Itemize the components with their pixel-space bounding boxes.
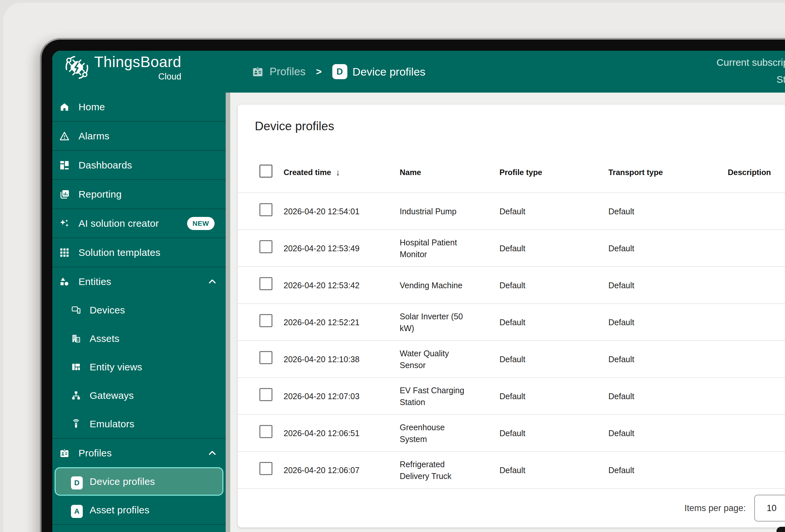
cell-transport-type: Default bbox=[608, 427, 728, 439]
cell-name: Solar Inverter (50 kW) bbox=[400, 310, 500, 334]
select-all-checkbox[interactable] bbox=[259, 164, 273, 178]
row-checkbox[interactable] bbox=[259, 388, 273, 401]
breadcrumb-profiles[interactable]: Profiles bbox=[251, 65, 305, 78]
cell-profile-type: Default bbox=[500, 464, 608, 476]
sidebar-item-dashboards[interactable]: Dashboards bbox=[52, 151, 226, 179]
cell-transport-type: Default bbox=[608, 390, 728, 402]
cell-transport-type: Default bbox=[608, 353, 728, 365]
table-row[interactable]: 2026-04-20 12:06:51 Greenhouse System De… bbox=[238, 414, 785, 451]
table-header-row: Created time ↓ Name Profile type Transpo… bbox=[238, 152, 785, 193]
row-checkbox[interactable] bbox=[259, 425, 273, 438]
devices-icon bbox=[71, 305, 81, 315]
emulators-icon bbox=[71, 419, 81, 429]
table-row[interactable]: 2026-04-20 12:06:07 Refrigerated Deliver… bbox=[238, 451, 785, 488]
sidebar-scrollbar[interactable] bbox=[226, 93, 230, 532]
cell-created-time: 2026-04-20 12:06:51 bbox=[284, 427, 400, 439]
breadcrumb-separator: > bbox=[316, 66, 322, 77]
row-checkbox[interactable] bbox=[259, 203, 273, 216]
cell-transport-type: Default bbox=[608, 243, 728, 254]
sidebar-item-solution-templates[interactable]: Solution templates bbox=[52, 238, 226, 267]
chevron-up-icon[interactable] bbox=[207, 276, 218, 287]
items-per-page-select[interactable]: 10 bbox=[754, 495, 785, 522]
sidebar-item-devices[interactable]: Devices bbox=[52, 296, 226, 324]
alarms-icon bbox=[59, 130, 70, 142]
home-icon bbox=[59, 101, 70, 112]
cell-name: EV Fast Charging Station bbox=[400, 384, 500, 408]
cell-transport-type: Default bbox=[608, 464, 728, 476]
profiles-badge-icon bbox=[251, 65, 264, 78]
cell-created-time: 2026-04-20 12:53:49 bbox=[284, 243, 400, 254]
thingsboard-logo-icon bbox=[64, 55, 90, 80]
row-checkbox[interactable] bbox=[259, 277, 273, 290]
new-badge: NEW bbox=[187, 217, 215, 230]
device-frame-corner bbox=[777, 527, 785, 532]
column-header-transport-type[interactable]: Transport type bbox=[608, 168, 728, 177]
column-header-name[interactable]: Name bbox=[400, 168, 500, 177]
current-subscription-link[interactable]: Current subscription bbox=[717, 56, 785, 69]
sidebar-item-entity-views[interactable]: Entity views bbox=[52, 353, 226, 381]
sort-desc-icon[interactable]: ↓ bbox=[336, 168, 340, 178]
table-row[interactable]: 2026-04-20 12:54:01 Industrial Pump Defa… bbox=[238, 193, 785, 229]
sidebar-item-device-profiles[interactable]: D Device profiles bbox=[55, 467, 223, 496]
cell-profile-type: Default bbox=[500, 316, 608, 328]
column-header-description[interactable]: Description bbox=[728, 168, 785, 177]
top-bar: ThingsBoard Cloud Profiles > bbox=[52, 51, 785, 93]
sidebar-item-emulators[interactable]: Emulators bbox=[52, 410, 226, 438]
column-header-created-time[interactable]: Created time ↓ bbox=[284, 168, 400, 178]
dashboards-icon bbox=[59, 160, 70, 171]
row-checkbox[interactable] bbox=[259, 240, 273, 253]
cell-created-time: 2026-04-20 12:07:03 bbox=[284, 390, 400, 402]
sidebar-item-gateways[interactable]: Gateways bbox=[52, 381, 226, 410]
column-header-profile-type[interactable]: Profile type bbox=[500, 168, 608, 177]
cell-name: Refrigerated Delivery Truck bbox=[400, 458, 500, 482]
brand[interactable]: ThingsBoard Cloud bbox=[64, 53, 181, 81]
cell-name: Greenhouse System bbox=[400, 422, 500, 445]
table-row[interactable]: 2026-04-20 12:07:03 EV Fast Charging Sta… bbox=[238, 377, 785, 414]
main-content: Device profiles Created time ↓ Name Prof… bbox=[230, 93, 785, 532]
cell-name: Vending Machine bbox=[400, 279, 500, 291]
entities-icon bbox=[59, 276, 70, 287]
sidebar-item-assets[interactable]: Assets bbox=[52, 324, 226, 353]
breadcrumb: Profiles > D Device profiles bbox=[251, 51, 426, 93]
table-row[interactable]: 2026-04-20 12:53:42 Vending Machine Defa… bbox=[238, 266, 785, 303]
status-link[interactable]: Status bbox=[777, 73, 785, 86]
cell-name: Hospital Patient Monitor bbox=[400, 236, 500, 260]
cell-created-time: 2026-04-20 12:06:07 bbox=[284, 464, 400, 476]
row-checkbox[interactable] bbox=[259, 462, 273, 475]
cell-profile-type: Default bbox=[500, 390, 608, 402]
sidebar-item-asset-profiles[interactable]: A Asset profiles bbox=[52, 496, 226, 524]
table-row[interactable]: 2026-04-20 12:10:38 Water Quality Sensor… bbox=[238, 340, 785, 377]
sidebar-item-home[interactable]: Home bbox=[52, 93, 226, 121]
cell-created-time: 2026-04-20 12:54:01 bbox=[284, 205, 400, 217]
sidebar-item-entities[interactable]: Entities bbox=[52, 267, 226, 296]
sidebar-item-alarms[interactable]: Alarms bbox=[52, 122, 226, 150]
page-title: Device profiles bbox=[255, 119, 785, 133]
device-profile-chip-icon: D bbox=[71, 476, 81, 486]
row-checkbox[interactable] bbox=[259, 314, 273, 327]
cell-created-time: 2026-04-20 12:10:38 bbox=[284, 353, 400, 365]
cell-name: Industrial Pump bbox=[400, 205, 500, 217]
cell-transport-type: Default bbox=[608, 316, 728, 328]
asset-profile-chip-icon: A bbox=[71, 505, 81, 515]
cell-profile-type: Default bbox=[500, 427, 608, 439]
device-profiles-card: Device profiles Created time ↓ Name Prof… bbox=[238, 105, 785, 527]
ai-sparkles-icon bbox=[59, 218, 70, 229]
cell-created-time: 2026-04-20 12:52:21 bbox=[284, 316, 400, 328]
row-checkbox[interactable] bbox=[259, 351, 273, 364]
chevron-up-icon[interactable] bbox=[207, 448, 218, 459]
sidebar-item-ai-solution-creator[interactable]: AI solution creator NEW bbox=[52, 209, 226, 237]
profiles-badge-icon bbox=[59, 448, 70, 459]
brand-title: ThingsBoard bbox=[94, 53, 181, 71]
cell-transport-type: Default bbox=[608, 279, 728, 291]
gateways-icon bbox=[71, 390, 81, 401]
breadcrumb-profiles-label: Profiles bbox=[270, 66, 305, 78]
sidebar-item-reporting[interactable]: Reporting bbox=[52, 180, 226, 208]
cell-profile-type: Default bbox=[500, 243, 608, 254]
solution-templates-icon bbox=[59, 247, 70, 258]
sidebar-item-profiles[interactable]: Profiles bbox=[52, 439, 226, 467]
app-window: ThingsBoard Cloud Profiles > bbox=[52, 51, 785, 532]
table-row[interactable]: 2026-04-20 12:52:21 Solar Inverter (50 k… bbox=[238, 303, 785, 340]
breadcrumb-device-profiles[interactable]: D Device profiles bbox=[332, 64, 426, 79]
device-profile-chip-icon: D bbox=[332, 64, 347, 79]
table-row[interactable]: 2026-04-20 12:53:49 Hospital Patient Mon… bbox=[238, 229, 785, 266]
